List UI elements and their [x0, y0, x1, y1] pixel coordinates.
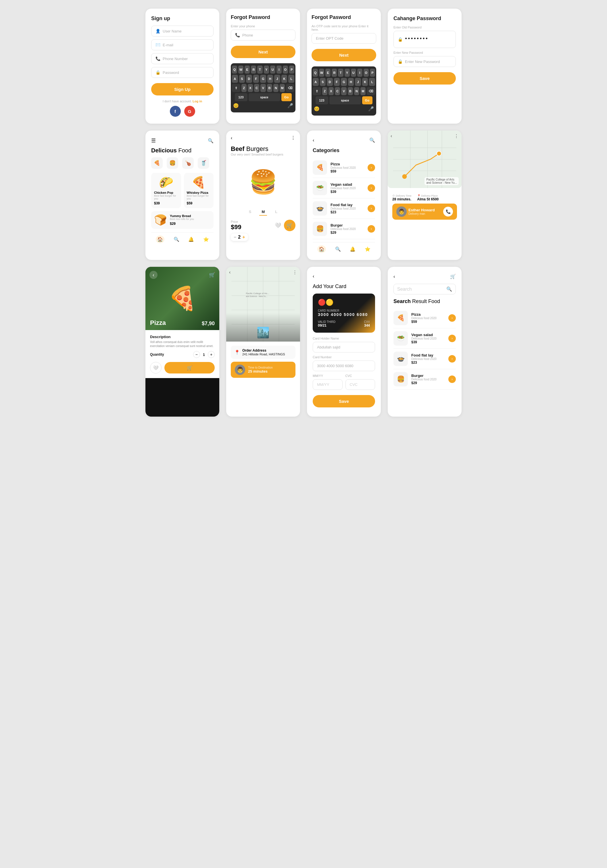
key-a2[interactable]: A [313, 78, 319, 86]
key-m[interactable]: M [280, 84, 285, 92]
forgot-next-button-2[interactable]: Next [311, 49, 376, 61]
key-p[interactable]: P [289, 65, 294, 74]
key-i2[interactable]: I [357, 69, 362, 77]
search-icon-cat[interactable]: 🔍 [369, 138, 375, 143]
key-h[interactable]: H [267, 75, 273, 83]
add-to-cart-burger[interactable]: 🛒 [284, 220, 296, 231]
key-z[interactable]: Z [242, 84, 246, 92]
nav-bell-cat[interactable]: 🔔 [350, 246, 356, 252]
pizza-heart-button[interactable]: 🤍 [150, 362, 161, 374]
pizza-qty-plus[interactable]: + [208, 351, 215, 358]
phone-field[interactable]: 📞 Phone Number [151, 53, 214, 64]
search-pizza-arrow[interactable]: › [448, 314, 456, 322]
key-p2[interactable]: P [370, 69, 375, 77]
key-t2[interactable]: T [338, 69, 343, 77]
key-f[interactable]: F [253, 75, 259, 83]
search-burger-item[interactable]: 🍔 Burger Delicious food 2020 $29 › [393, 369, 456, 390]
otp-input[interactable]: Enter OPT Code [311, 33, 376, 44]
key-h2[interactable]: H [348, 78, 354, 86]
key-123[interactable]: 123 [235, 93, 248, 101]
nav-star[interactable]: ⭐ [203, 237, 209, 242]
key-n[interactable]: N [273, 84, 279, 92]
signup-button[interactable]: Sign Up [151, 83, 214, 95]
back-icon-card[interactable]: ‹ [313, 274, 314, 279]
cat-burger[interactable]: 🍔 [167, 157, 178, 169]
key-j2[interactable]: J [355, 78, 361, 86]
key-o2[interactable]: O [364, 69, 369, 77]
cat-pizza[interactable]: 🍕 [151, 157, 163, 169]
key-q2[interactable]: Q [313, 69, 318, 77]
cat-drinks[interactable]: 🥤 [198, 157, 209, 169]
search-burger-arrow[interactable]: › [448, 375, 456, 383]
key-r[interactable]: R [251, 65, 256, 74]
key-f2[interactable]: F [334, 78, 340, 86]
key-o[interactable]: O [283, 65, 288, 74]
search-bar[interactable]: Search 🔍 [393, 284, 456, 294]
key-s[interactable]: S [239, 75, 245, 83]
pizza-qty-minus[interactable]: − [193, 351, 200, 358]
key-shift[interactable]: ⇧ [232, 84, 240, 92]
forgot-next-button-1[interactable]: Next [231, 46, 296, 58]
back-icon-route[interactable]: ‹ [229, 270, 231, 275]
search-flatlay-arrow[interactable]: › [448, 355, 456, 363]
key-k[interactable]: K [281, 75, 287, 83]
plus-btn-burger[interactable]: + [242, 235, 245, 240]
facebook-button[interactable]: f [170, 106, 181, 117]
key-g[interactable]: G [260, 75, 266, 83]
holder-name-input[interactable]: Abdullah sajid [313, 342, 375, 352]
search-vegan-arrow[interactable]: › [448, 335, 456, 342]
key-m2[interactable]: M [361, 87, 365, 95]
nav-bell[interactable]: 🔔 [188, 237, 194, 242]
size-s[interactable]: S [246, 208, 254, 215]
key-b2[interactable]: B [348, 87, 353, 95]
more-icon-map[interactable]: ⋮ [454, 133, 459, 139]
key-backspace2[interactable]: ⌫ [367, 87, 375, 95]
key-w2[interactable]: W [319, 69, 324, 77]
key-backspace[interactable]: ⌫ [286, 84, 294, 92]
key-shift2[interactable]: ⇧ [313, 87, 321, 95]
back-icon-map[interactable]: ‹ [390, 133, 392, 139]
key-z2[interactable]: Z [322, 87, 327, 95]
username-field[interactable]: 👤 User Name [151, 26, 214, 37]
nav-search[interactable]: 🔍 [173, 237, 179, 242]
key-123-2[interactable]: 123 [316, 96, 328, 104]
key-v2[interactable]: V [341, 87, 346, 95]
google-button[interactable]: G [184, 106, 195, 117]
cat-chicken[interactable]: 🍗 [182, 157, 194, 169]
pizza-arrow[interactable]: › [368, 164, 375, 171]
login-link[interactable]: Log in [192, 99, 202, 103]
email-field[interactable]: ✉️ E-mail [151, 39, 214, 50]
food-item-chicken-pop[interactable]: 🌮 Chicken Pop Best fast burger for you $… [151, 173, 181, 208]
key-t[interactable]: T [257, 65, 262, 74]
key-q[interactable]: Q [232, 65, 237, 74]
back-icon-burger[interactable]: ‹ [231, 135, 232, 141]
key-r2[interactable]: R [332, 69, 337, 77]
key-go[interactable]: Go [281, 93, 292, 101]
key-c[interactable]: C [254, 84, 259, 92]
nav-home-cat[interactable]: 🏠 [317, 245, 326, 253]
food-item-yummy-bread[interactable]: 🍞 Yummy Bread Best rice rolls for you $2… [151, 211, 214, 229]
call-button[interactable]: 📞 [443, 207, 453, 217]
key-y[interactable]: Y [264, 65, 269, 74]
key-l[interactable]: L [288, 75, 294, 83]
key-go2[interactable]: Go [362, 96, 373, 104]
key-n2[interactable]: N [354, 87, 359, 95]
key-x[interactable]: X [248, 84, 253, 92]
cart-icon-search[interactable]: 🛒 [450, 274, 456, 279]
back-icon-cat[interactable]: ‹ [313, 138, 314, 143]
emoji-key2[interactable]: 😊 [314, 106, 320, 112]
mic-key2[interactable]: 🎤 [368, 106, 374, 112]
search-flatlay-item[interactable]: 🍲 Food flat lay Delicious food 2020 $23 … [393, 349, 456, 369]
back-icon-pizza[interactable]: ‹ [149, 271, 158, 279]
search-icon-bar[interactable]: 🔍 [446, 286, 452, 292]
size-l[interactable]: L [273, 208, 280, 215]
key-l2[interactable]: L [369, 78, 375, 86]
key-j[interactable]: J [274, 75, 280, 83]
burger-arrow-cat[interactable]: › [368, 225, 375, 232]
key-a[interactable]: A [232, 75, 238, 83]
more-icon-route[interactable]: ⋮ [293, 270, 297, 275]
key-d[interactable]: D [246, 75, 252, 83]
size-m[interactable]: M [259, 208, 267, 215]
key-e[interactable]: E [245, 65, 250, 74]
emoji-key[interactable]: 😊 [233, 103, 239, 108]
